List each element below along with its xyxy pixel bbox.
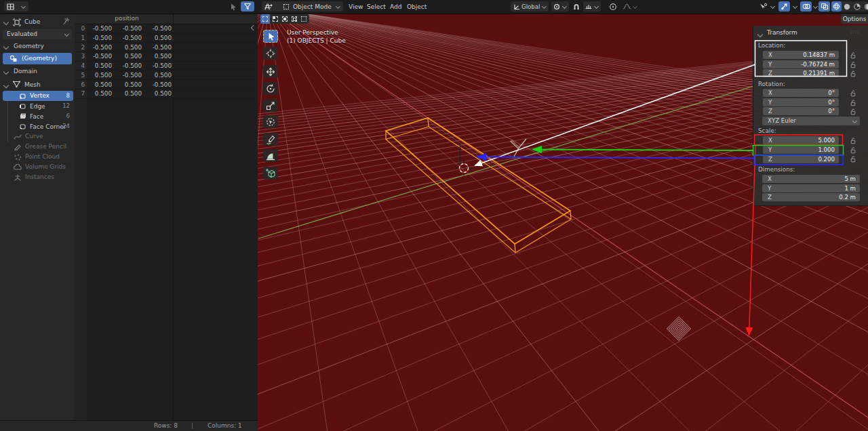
mesh-header[interactable]: Mesh (24, 81, 41, 89)
chevron-down-icon[interactable] (3, 83, 9, 88)
select-mode-intersect[interactable] (299, 14, 309, 24)
position-cell[interactable]: 0.500 (82, 80, 112, 89)
position-cell[interactable]: -0.500 (82, 33, 112, 43)
tool-cursor[interactable] (263, 47, 278, 60)
unlock-icon[interactable] (850, 137, 856, 144)
geometry-item[interactable]: (Geometry) (3, 53, 72, 64)
position-cell[interactable]: -0.500 (112, 61, 142, 70)
chevron-down-icon[interactable] (3, 20, 9, 25)
menu-object[interactable]: Object (407, 0, 427, 14)
tool-move[interactable] (263, 65, 278, 78)
visibility-dropdown[interactable] (757, 1, 778, 12)
chevron-down-icon[interactable] (3, 44, 9, 49)
tool-measure[interactable] (263, 149, 278, 162)
position-cell[interactable]: 0.500 (142, 70, 172, 80)
snap-toggle[interactable] (571, 1, 582, 12)
select-mode-subtract[interactable] (280, 14, 290, 24)
position-cell[interactable]: -0.500 (82, 43, 112, 52)
tool-select-box[interactable] (263, 30, 278, 43)
menu-add[interactable]: Add (390, 0, 401, 14)
source-point-cloud[interactable]: Point Cloud (3, 152, 73, 162)
position-cell[interactable]: 0.500 (142, 89, 172, 98)
location-y-field[interactable]: Y-0.76724 m (763, 60, 839, 68)
shading-solid-button[interactable] (842, 1, 852, 12)
object-name[interactable]: Cube (24, 18, 40, 26)
rotation-z-field[interactable]: Z0° (763, 107, 839, 115)
options-button[interactable]: Options (841, 14, 868, 24)
proportional-falloff-dropdown[interactable] (621, 1, 640, 12)
rotation-mode-dropdown[interactable]: XYZ Euler (762, 117, 860, 125)
position-cell[interactable]: 0.500 (112, 52, 142, 61)
panel-grip-icon[interactable]: :::: (850, 29, 859, 35)
chevron-down-icon[interactable] (3, 69, 9, 75)
location-x-field[interactable]: X0.14837 m (763, 51, 839, 59)
position-cell[interactable]: 0.500 (112, 80, 142, 89)
position-cell[interactable]: 0.500 (82, 89, 112, 98)
position-cell[interactable]: 0.500 (82, 61, 112, 70)
position-cell[interactable]: 0.500 (142, 52, 172, 61)
menu-view[interactable]: View (349, 0, 363, 14)
position-cell[interactable]: -0.500 (112, 24, 142, 33)
dimensions-z-field[interactable]: Z0.2 m (762, 193, 860, 201)
position-cell[interactable]: -0.500 (142, 61, 172, 70)
component-vertex[interactable]: Vertex 8 (3, 91, 73, 101)
source-grease-pencil[interactable]: Grease Pencil (3, 142, 73, 152)
position-cell[interactable]: -0.500 (142, 43, 172, 52)
position-cell[interactable]: -0.500 (142, 80, 172, 89)
scale-y-field[interactable]: Y1.000 (763, 146, 839, 154)
geometry-header[interactable]: Geometry (14, 42, 44, 51)
dimensions-y-field[interactable]: Y1 m (762, 184, 860, 192)
position-cell[interactable]: -0.500 (112, 70, 142, 80)
unlock-icon[interactable] (850, 61, 856, 68)
position-cell[interactable]: -0.500 (82, 52, 112, 61)
orientation-dropdown[interactable]: Global (511, 1, 549, 12)
snap-with-dropdown[interactable] (583, 1, 601, 12)
menu-select[interactable]: Select (367, 0, 386, 14)
position-cell[interactable]: 0.500 (112, 43, 142, 52)
component-face[interactable]: Face 6 (3, 111, 73, 121)
position-cell[interactable]: 0.500 (142, 33, 172, 43)
select-mode-extend[interactable] (271, 14, 280, 24)
select-mode-invert[interactable] (290, 14, 299, 24)
tool-rotate[interactable] (263, 82, 278, 95)
component-edge[interactable]: Edge 12 (3, 101, 73, 111)
pin-icon[interactable] (62, 18, 70, 26)
source-volume-grids[interactable]: Volume Grids (3, 162, 73, 172)
overlays-toggle[interactable] (800, 1, 812, 12)
location-z-field[interactable]: Z0.21391 m (763, 69, 839, 77)
tool-transform[interactable] (263, 115, 278, 128)
position-cell[interactable]: 0.500 (82, 70, 112, 80)
mode-dropdown[interactable]: Object Mode (279, 1, 343, 12)
proportional-editing-toggle[interactable] (608, 1, 618, 12)
shading-material-button[interactable] (852, 1, 862, 12)
shading-rendered-button[interactable] (863, 1, 868, 12)
tool-add-cube[interactable] (263, 167, 278, 180)
select-mode-new[interactable] (260, 14, 270, 24)
source-curve[interactable]: Curve (3, 131, 73, 142)
editor-type-spreadsheet-button[interactable] (4, 1, 28, 12)
select-filter-icon[interactable] (229, 3, 237, 11)
rotation-y-field[interactable]: Y0° (763, 98, 839, 106)
tool-annotate[interactable] (263, 133, 278, 146)
unlock-icon[interactable] (850, 146, 856, 154)
column-header-position[interactable]: position (100, 14, 154, 24)
unlock-icon[interactable] (850, 99, 856, 106)
unlock-icon[interactable] (850, 108, 856, 115)
position-cell[interactable]: 0.500 (112, 89, 142, 98)
scale-x-field[interactable]: X5.000 (763, 136, 839, 144)
tool-scale[interactable] (263, 99, 278, 112)
source-instances[interactable]: Instances (3, 172, 73, 182)
domain-header[interactable]: Domain (14, 67, 37, 76)
gizmo-toggle[interactable] (778, 1, 790, 12)
rotation-x-field[interactable]: X0° (763, 89, 839, 97)
dimensions-x-field[interactable]: X5 m (762, 175, 860, 183)
filter-button[interactable] (241, 1, 254, 12)
xray-toggle[interactable] (818, 1, 830, 12)
component-face-corner[interactable]: Face Corner 24 (3, 121, 73, 131)
scale-z-field[interactable]: Z0.200 (763, 155, 839, 163)
unlock-icon[interactable] (850, 52, 856, 59)
unlock-icon[interactable] (850, 89, 856, 97)
evaluated-dropdown[interactable]: Evaluated (3, 29, 72, 39)
position-cell[interactable]: -0.500 (82, 24, 112, 33)
position-cell[interactable]: -0.500 (112, 33, 142, 43)
